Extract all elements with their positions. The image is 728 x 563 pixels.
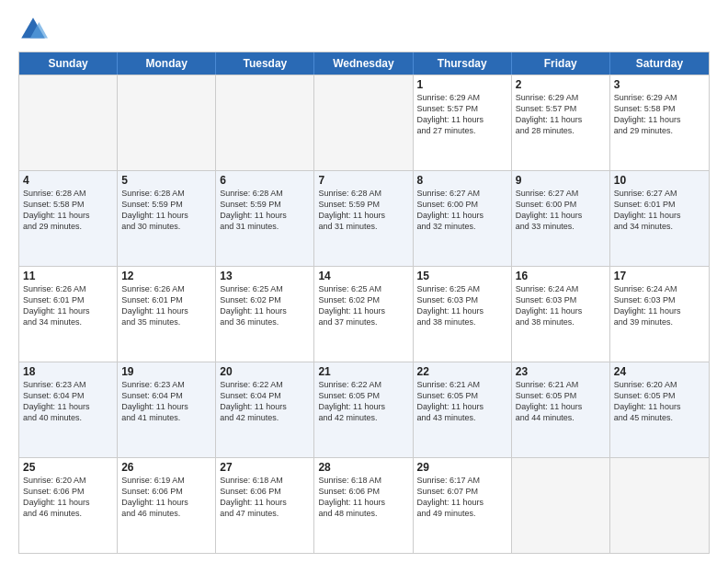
calendar-cell: 28Sunrise: 6:18 AM Sunset: 6:06 PM Dayli… xyxy=(314,458,413,553)
calendar-cell xyxy=(118,75,216,170)
calendar-cell: 11Sunrise: 6:26 AM Sunset: 6:01 PM Dayli… xyxy=(19,267,118,362)
cell-sun-info: Sunrise: 6:21 AM Sunset: 6:05 PM Dayligh… xyxy=(516,379,606,424)
calendar-cell: 20Sunrise: 6:22 AM Sunset: 6:04 PM Dayli… xyxy=(216,362,314,457)
cell-sun-info: Sunrise: 6:22 AM Sunset: 6:04 PM Dayligh… xyxy=(220,379,310,424)
cell-sun-info: Sunrise: 6:22 AM Sunset: 6:05 PM Dayligh… xyxy=(318,379,408,424)
calendar-cell xyxy=(512,458,610,553)
calendar-cell: 12Sunrise: 6:26 AM Sunset: 6:01 PM Dayli… xyxy=(118,267,216,362)
calendar-row: 1Sunrise: 6:29 AM Sunset: 5:57 PM Daylig… xyxy=(19,75,709,170)
calendar-cell: 10Sunrise: 6:27 AM Sunset: 6:01 PM Dayli… xyxy=(610,171,709,266)
cell-date-number: 15 xyxy=(417,270,507,282)
cell-sun-info: Sunrise: 6:26 AM Sunset: 6:01 PM Dayligh… xyxy=(121,283,211,328)
cell-date-number: 3 xyxy=(614,78,705,91)
cell-date-number: 27 xyxy=(220,461,310,474)
cell-sun-info: Sunrise: 6:19 AM Sunset: 6:06 PM Dayligh… xyxy=(121,475,211,520)
cell-date-number: 26 xyxy=(121,461,211,474)
cell-sun-info: Sunrise: 6:20 AM Sunset: 6:06 PM Dayligh… xyxy=(23,475,113,520)
cell-date-number: 29 xyxy=(417,461,507,474)
cell-date-number: 4 xyxy=(23,174,113,187)
cell-sun-info: Sunrise: 6:28 AM Sunset: 5:59 PM Dayligh… xyxy=(220,188,310,233)
cell-sun-info: Sunrise: 6:28 AM Sunset: 5:59 PM Dayligh… xyxy=(121,188,211,233)
calendar-row: 25Sunrise: 6:20 AM Sunset: 6:06 PM Dayli… xyxy=(19,457,709,553)
cell-sun-info: Sunrise: 6:29 AM Sunset: 5:58 PM Dayligh… xyxy=(614,92,705,137)
calendar-cell xyxy=(314,75,413,170)
calendar-row: 4Sunrise: 6:28 AM Sunset: 5:58 PM Daylig… xyxy=(19,170,709,266)
cell-sun-info: Sunrise: 6:23 AM Sunset: 6:04 PM Dayligh… xyxy=(23,379,113,424)
cell-date-number: 17 xyxy=(614,270,705,282)
cell-date-number: 24 xyxy=(614,365,705,378)
cell-sun-info: Sunrise: 6:27 AM Sunset: 6:00 PM Dayligh… xyxy=(417,188,507,233)
weekday-header: Wednesday xyxy=(314,52,413,75)
cell-sun-info: Sunrise: 6:27 AM Sunset: 6:00 PM Dayligh… xyxy=(516,188,606,233)
weekday-header: Saturday xyxy=(610,52,709,75)
calendar-cell: 17Sunrise: 6:24 AM Sunset: 6:03 PM Dayli… xyxy=(610,267,709,362)
cell-date-number: 8 xyxy=(417,174,507,187)
weekday-header: Sunday xyxy=(19,52,118,75)
calendar-cell: 4Sunrise: 6:28 AM Sunset: 5:58 PM Daylig… xyxy=(19,171,118,266)
cell-date-number: 2 xyxy=(516,78,606,91)
cell-sun-info: Sunrise: 6:29 AM Sunset: 5:57 PM Dayligh… xyxy=(417,92,507,137)
logo xyxy=(18,15,51,44)
calendar-cell: 27Sunrise: 6:18 AM Sunset: 6:06 PM Dayli… xyxy=(216,458,314,553)
cell-date-number: 28 xyxy=(318,461,408,474)
calendar-cell: 21Sunrise: 6:22 AM Sunset: 6:05 PM Dayli… xyxy=(314,362,413,457)
cell-date-number: 1 xyxy=(417,78,507,91)
calendar-cell: 25Sunrise: 6:20 AM Sunset: 6:06 PM Dayli… xyxy=(19,458,118,553)
calendar-cell: 15Sunrise: 6:25 AM Sunset: 6:03 PM Dayli… xyxy=(414,267,512,362)
cell-sun-info: Sunrise: 6:26 AM Sunset: 6:01 PM Dayligh… xyxy=(23,283,113,328)
calendar-cell: 2Sunrise: 6:29 AM Sunset: 5:57 PM Daylig… xyxy=(512,75,610,170)
calendar-cell: 16Sunrise: 6:24 AM Sunset: 6:03 PM Dayli… xyxy=(512,267,610,362)
cell-date-number: 11 xyxy=(23,270,113,282)
calendar-cell xyxy=(610,458,709,553)
calendar-cell: 7Sunrise: 6:28 AM Sunset: 5:59 PM Daylig… xyxy=(314,171,413,266)
calendar-cell: 8Sunrise: 6:27 AM Sunset: 6:00 PM Daylig… xyxy=(414,171,512,266)
cell-date-number: 22 xyxy=(417,365,507,378)
cell-sun-info: Sunrise: 6:25 AM Sunset: 6:02 PM Dayligh… xyxy=(318,283,408,328)
calendar-cell: 6Sunrise: 6:28 AM Sunset: 5:59 PM Daylig… xyxy=(216,171,314,266)
cell-date-number: 12 xyxy=(121,270,211,282)
cell-date-number: 19 xyxy=(121,365,211,378)
calendar-cell: 13Sunrise: 6:25 AM Sunset: 6:02 PM Dayli… xyxy=(216,267,314,362)
calendar-cell: 23Sunrise: 6:21 AM Sunset: 6:05 PM Dayli… xyxy=(512,362,610,457)
weekday-header: Friday xyxy=(512,52,610,75)
calendar-cell: 19Sunrise: 6:23 AM Sunset: 6:04 PM Dayli… xyxy=(118,362,216,457)
calendar-cell: 3Sunrise: 6:29 AM Sunset: 5:58 PM Daylig… xyxy=(610,75,709,170)
calendar-cell: 18Sunrise: 6:23 AM Sunset: 6:04 PM Dayli… xyxy=(19,362,118,457)
calendar-cell: 24Sunrise: 6:20 AM Sunset: 6:05 PM Dayli… xyxy=(610,362,709,457)
calendar-cell: 29Sunrise: 6:17 AM Sunset: 6:07 PM Dayli… xyxy=(414,458,512,553)
cell-sun-info: Sunrise: 6:20 AM Sunset: 6:05 PM Dayligh… xyxy=(614,379,705,424)
calendar-cell xyxy=(19,75,118,170)
calendar-cell xyxy=(216,75,314,170)
cell-sun-info: Sunrise: 6:27 AM Sunset: 6:01 PM Dayligh… xyxy=(614,188,705,233)
cell-date-number: 13 xyxy=(220,270,310,282)
calendar-cell: 1Sunrise: 6:29 AM Sunset: 5:57 PM Daylig… xyxy=(414,75,512,170)
cell-sun-info: Sunrise: 6:29 AM Sunset: 5:57 PM Dayligh… xyxy=(516,92,606,137)
cell-date-number: 20 xyxy=(220,365,310,378)
cell-date-number: 16 xyxy=(516,270,606,282)
cell-date-number: 18 xyxy=(23,365,113,378)
weekday-header: Monday xyxy=(118,52,216,75)
cell-sun-info: Sunrise: 6:24 AM Sunset: 6:03 PM Dayligh… xyxy=(614,283,705,328)
cell-date-number: 23 xyxy=(516,365,606,378)
calendar-cell: 5Sunrise: 6:28 AM Sunset: 5:59 PM Daylig… xyxy=(118,171,216,266)
cell-sun-info: Sunrise: 6:21 AM Sunset: 6:05 PM Dayligh… xyxy=(417,379,507,424)
cell-date-number: 9 xyxy=(516,174,606,187)
weekday-header: Thursday xyxy=(414,52,512,75)
cell-sun-info: Sunrise: 6:28 AM Sunset: 5:58 PM Dayligh… xyxy=(23,188,113,233)
calendar-body: 1Sunrise: 6:29 AM Sunset: 5:57 PM Daylig… xyxy=(19,75,709,553)
cell-date-number: 5 xyxy=(121,174,211,187)
weekday-header: Tuesday xyxy=(216,52,314,75)
cell-sun-info: Sunrise: 6:17 AM Sunset: 6:07 PM Dayligh… xyxy=(417,475,507,520)
calendar-row: 18Sunrise: 6:23 AM Sunset: 6:04 PM Dayli… xyxy=(19,362,709,457)
cell-date-number: 6 xyxy=(220,174,310,187)
calendar: SundayMondayTuesdayWednesdayThursdayFrid… xyxy=(18,52,710,554)
cell-sun-info: Sunrise: 6:23 AM Sunset: 6:04 PM Dayligh… xyxy=(121,379,211,424)
cell-sun-info: Sunrise: 6:25 AM Sunset: 6:03 PM Dayligh… xyxy=(417,283,507,328)
cell-sun-info: Sunrise: 6:18 AM Sunset: 6:06 PM Dayligh… xyxy=(220,475,310,520)
cell-sun-info: Sunrise: 6:24 AM Sunset: 6:03 PM Dayligh… xyxy=(516,283,606,328)
calendar-header: SundayMondayTuesdayWednesdayThursdayFrid… xyxy=(19,52,709,75)
page: SundayMondayTuesdayWednesdayThursdayFrid… xyxy=(0,0,728,563)
calendar-cell: 14Sunrise: 6:25 AM Sunset: 6:02 PM Dayli… xyxy=(314,267,413,362)
logo-icon xyxy=(18,15,48,44)
cell-date-number: 7 xyxy=(318,174,408,187)
